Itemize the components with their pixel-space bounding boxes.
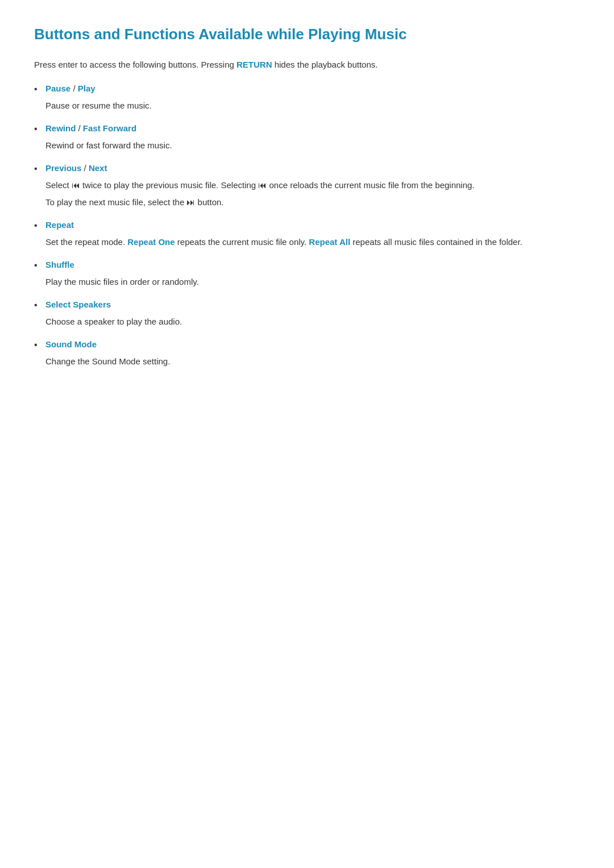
sound-mode-title: Sound Mode <box>45 339 97 349</box>
sound-mode-label: Sound Mode <box>45 339 97 349</box>
rewind-ff-description: Rewind or fast forward the music. <box>45 139 580 152</box>
previous-next-separator: / <box>84 163 89 173</box>
list-item-select-speakers: Select Speakers Choose a speaker to play… <box>34 298 580 329</box>
previous-next-description-1: Select ⏮ twice to play the previous musi… <box>45 178 580 192</box>
pause-play-separator: / <box>73 84 77 93</box>
previous-label: Previous <box>45 163 81 173</box>
fast-forward-label: Fast Forward <box>83 123 136 133</box>
repeat-description: Set the repeat mode. Repeat One repeats … <box>45 235 580 249</box>
rewind-label: Rewind <box>45 123 76 133</box>
shuffle-desc: Play the music files in order or randoml… <box>45 275 580 289</box>
repeat-one-label: Repeat One <box>127 237 175 247</box>
sound-mode-description: Change the Sound Mode setting. <box>45 355 580 368</box>
rewind-ff-desc: Rewind or fast forward the music. <box>45 139 580 152</box>
list-item-shuffle: Shuffle Play the music files in order or… <box>34 258 580 289</box>
next-label: Next <box>89 163 107 173</box>
sound-mode-desc: Change the Sound Mode setting. <box>45 355 580 368</box>
list-item-pause-play: Pause / Play Pause or resume the music. <box>34 82 580 113</box>
functions-list: Pause / Play Pause or resume the music. … <box>34 82 580 368</box>
select-speakers-label: Select Speakers <box>45 300 111 309</box>
list-item-previous-next: Previous / Next Select ⏮ twice to play t… <box>34 161 580 209</box>
pause-play-title: Pause / Play <box>45 84 96 93</box>
repeat-label: Repeat <box>45 220 74 230</box>
list-item-sound-mode: Sound Mode Change the Sound Mode setting… <box>34 338 580 368</box>
page-title: Buttons and Functions Available while Pl… <box>34 23 580 47</box>
list-item-rewind-ff: Rewind / Fast Forward Rewind or fast for… <box>34 122 580 152</box>
shuffle-label: Shuffle <box>45 260 74 269</box>
rewind-ff-title: Rewind / Fast Forward <box>45 123 136 133</box>
shuffle-description: Play the music files in order or randoml… <box>45 275 580 289</box>
repeat-desc-before: Set the repeat mode. <box>45 237 127 247</box>
list-item-repeat: Repeat Set the repeat mode. Repeat One r… <box>34 218 580 249</box>
play-label: Play <box>78 84 96 93</box>
pause-label: Pause <box>45 84 70 93</box>
previous-next-title: Previous / Next <box>45 163 107 173</box>
select-speakers-desc: Choose a speaker to play the audio. <box>45 315 580 329</box>
intro-before: Press enter to access the following butt… <box>34 60 237 69</box>
repeat-all-label: Repeat All <box>309 237 350 247</box>
pause-play-desc: Pause or resume the music. <box>45 99 580 113</box>
select-speakers-description: Choose a speaker to play the audio. <box>45 315 580 329</box>
rewind-ff-separator: / <box>78 123 83 133</box>
repeat-desc-middle: repeats the current music file only. <box>177 237 309 247</box>
select-speakers-title: Select Speakers <box>45 300 111 309</box>
repeat-title: Repeat <box>45 220 74 230</box>
previous-next-description-2: To play the next music file, select the … <box>45 196 580 209</box>
shuffle-title: Shuffle <box>45 260 74 269</box>
pause-play-description: Pause or resume the music. <box>45 99 580 113</box>
intro-text: Press enter to access the following butt… <box>34 58 580 72</box>
intro-after: hides the playback buttons. <box>275 60 378 69</box>
repeat-desc: Set the repeat mode. Repeat One repeats … <box>45 235 580 249</box>
return-highlight: RETURN <box>237 60 272 69</box>
previous-next-desc: Select ⏮ twice to play the previous musi… <box>45 178 580 209</box>
repeat-desc-after: repeats all music files contained in the… <box>352 237 522 247</box>
